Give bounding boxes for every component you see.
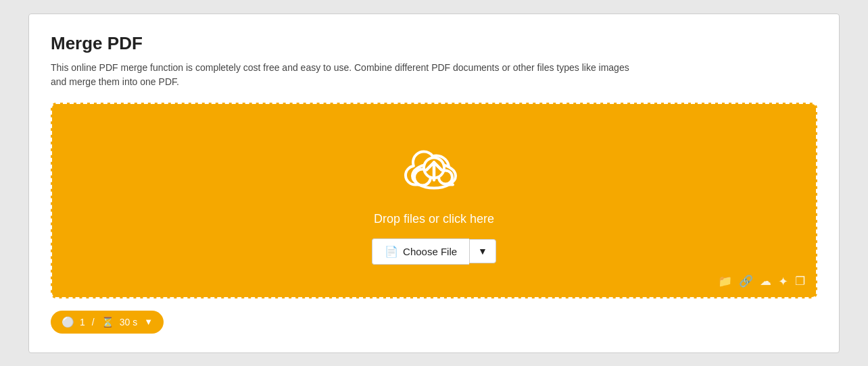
bottom-icons-bar: 📁 🔗 ☁ ✦ ❐ [718, 274, 805, 289]
page-description: This online PDF merge function is comple… [51, 61, 632, 89]
pill-chevron-icon: ▼ [144, 317, 153, 327]
choose-file-dropdown-button[interactable]: ▼ [469, 239, 496, 263]
pages-icon: ⚪ [62, 316, 74, 328]
time-icon: ⏳ [101, 316, 114, 328]
choose-file-label: Choose File [403, 246, 457, 257]
link-icon[interactable]: 🔗 [739, 274, 753, 288]
file-icon: 📄 [385, 245, 398, 258]
drop-files-text: Drop files or click here [374, 212, 494, 226]
dropbox-icon[interactable]: ✦ [778, 274, 788, 289]
page-title: Merge PDF [51, 33, 817, 54]
footer-pill[interactable]: ⚪ 1 / ⏳ 30 s ▼ [51, 311, 164, 334]
separator: / [92, 317, 95, 328]
upload-dropzone[interactable]: Drop files or click here 📄 Choose File ▼… [51, 103, 817, 298]
footer-bar: ⚪ 1 / ⏳ 30 s ▼ [51, 311, 817, 334]
cloud-icon[interactable]: ☁ [760, 274, 771, 288]
pages-count: 1 [80, 317, 85, 328]
choose-file-row: 📄 Choose File ▼ [372, 238, 496, 265]
choose-file-button[interactable]: 📄 Choose File [372, 238, 469, 265]
time-value: 30 s [120, 317, 137, 328]
main-container: Merge PDF This online PDF merge function… [28, 14, 840, 353]
folder-icon[interactable]: 📁 [718, 274, 732, 288]
copy-icon[interactable]: ❐ [795, 274, 805, 288]
chevron-down-icon: ▼ [478, 246, 487, 257]
cloud-upload-icon [400, 146, 468, 203]
